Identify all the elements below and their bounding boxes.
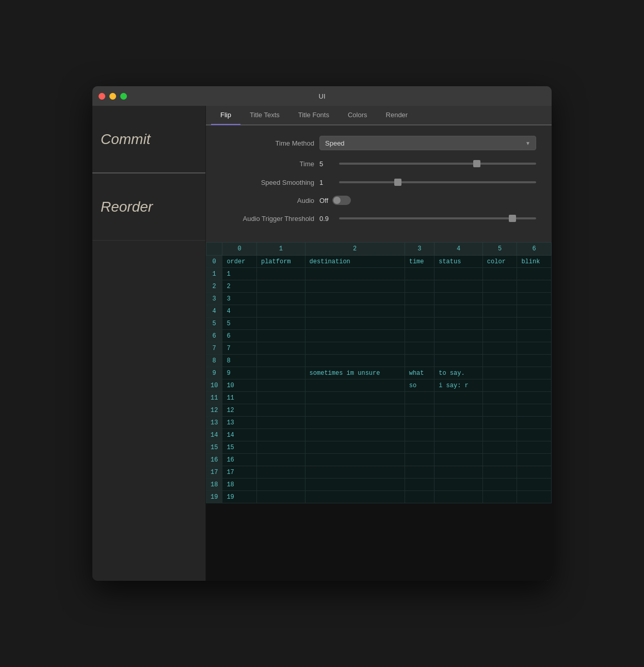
table-row[interactable]: 55: [206, 317, 552, 330]
table-cell[interactable]: 2: [222, 280, 257, 293]
table-cell[interactable]: [517, 491, 552, 503]
tab-render[interactable]: Render: [377, 106, 417, 125]
time-slider-thumb[interactable]: [473, 160, 480, 167]
table-cell[interactable]: [482, 293, 517, 305]
table-cell[interactable]: [517, 479, 552, 491]
table-cell[interactable]: [482, 268, 517, 280]
table-cell[interactable]: [305, 293, 405, 305]
table-cell[interactable]: [405, 441, 434, 454]
speed-smoothing-thumb[interactable]: [394, 179, 401, 186]
table-cell[interactable]: [517, 392, 552, 404]
table-cell[interactable]: 4: [222, 305, 257, 317]
table-row[interactable]: 66: [206, 330, 552, 342]
table-cell[interactable]: 9: [222, 367, 257, 379]
table-row[interactable]: 1212: [206, 404, 552, 417]
table-cell[interactable]: [405, 417, 434, 429]
table-cell[interactable]: platform: [256, 256, 305, 268]
tab-title-texts[interactable]: Title Texts: [240, 106, 289, 125]
table-cell[interactable]: [434, 466, 483, 479]
table-cell[interactable]: [434, 491, 483, 503]
table-cell[interactable]: 14: [222, 429, 257, 441]
table-cell[interactable]: [305, 429, 405, 441]
table-cell[interactable]: [517, 441, 552, 454]
table-cell[interactable]: [305, 330, 405, 342]
minimize-button[interactable]: [109, 93, 116, 100]
table-cell[interactable]: [517, 293, 552, 305]
table-cell[interactable]: [256, 330, 305, 342]
table-cell[interactable]: [256, 454, 305, 466]
table-cell[interactable]: [482, 466, 517, 479]
table-cell[interactable]: sometimes im unsure: [305, 367, 405, 379]
table-cell[interactable]: [256, 417, 305, 429]
table-row[interactable]: 88: [206, 355, 552, 367]
table-row[interactable]: 1818: [206, 479, 552, 491]
table-cell[interactable]: [305, 268, 405, 280]
table-cell[interactable]: [517, 379, 552, 392]
table-cell[interactable]: [305, 379, 405, 392]
table-cell[interactable]: [405, 466, 434, 479]
table-cell[interactable]: [305, 404, 405, 417]
table-cell[interactable]: [482, 305, 517, 317]
table-cell[interactable]: 17: [222, 466, 257, 479]
table-cell[interactable]: [405, 293, 434, 305]
table-cell[interactable]: [482, 441, 517, 454]
table-cell[interactable]: [305, 355, 405, 367]
table-cell[interactable]: 10: [222, 379, 257, 392]
table-cell[interactable]: [405, 404, 434, 417]
table-cell[interactable]: [517, 355, 552, 367]
table-cell[interactable]: [434, 280, 483, 293]
time-method-dropdown[interactable]: Speed ▼: [319, 136, 536, 150]
table-cell[interactable]: [256, 305, 305, 317]
table-cell[interactable]: [405, 454, 434, 466]
table-cell[interactable]: [517, 317, 552, 330]
table-cell[interactable]: [517, 404, 552, 417]
table-cell[interactable]: [517, 466, 552, 479]
table-cell[interactable]: color: [482, 256, 517, 268]
table-row[interactable]: 1717: [206, 466, 552, 479]
table-cell[interactable]: [517, 429, 552, 441]
table-cell[interactable]: [256, 317, 305, 330]
tab-flip[interactable]: Flip: [211, 106, 240, 125]
table-cell[interactable]: [405, 268, 434, 280]
table-cell[interactable]: [256, 441, 305, 454]
table-cell[interactable]: [434, 317, 483, 330]
table-cell[interactable]: [482, 280, 517, 293]
table-cell[interactable]: [517, 454, 552, 466]
table-cell[interactable]: status: [434, 256, 483, 268]
table-cell[interactable]: blink: [517, 256, 552, 268]
table-cell[interactable]: [517, 342, 552, 355]
table-cell[interactable]: [482, 317, 517, 330]
audio-trigger-slider[interactable]: [339, 213, 536, 224]
audio-trigger-thumb[interactable]: [509, 215, 516, 222]
table-cell[interactable]: [517, 417, 552, 429]
table-row[interactable]: 0orderplatformdestinationtimestatuscolor…: [206, 256, 552, 268]
table-cell[interactable]: [256, 392, 305, 404]
table-cell[interactable]: [434, 441, 483, 454]
table-cell[interactable]: [305, 441, 405, 454]
table-cell[interactable]: i say: r: [434, 379, 483, 392]
table-row[interactable]: 1010soi say: r: [206, 379, 552, 392]
table-cell[interactable]: [517, 305, 552, 317]
table-cell[interactable]: [256, 367, 305, 379]
table-cell[interactable]: [482, 379, 517, 392]
table-cell[interactable]: 19: [222, 491, 257, 503]
table-cell[interactable]: 5: [222, 317, 257, 330]
table-cell[interactable]: [434, 429, 483, 441]
time-slider[interactable]: [339, 158, 536, 169]
table-cell[interactable]: [305, 491, 405, 503]
table-cell[interactable]: [434, 330, 483, 342]
table-cell[interactable]: 11: [222, 392, 257, 404]
table-cell[interactable]: 1: [222, 268, 257, 280]
sidebar-item-commit[interactable]: Commit: [92, 106, 205, 173]
table-cell[interactable]: [305, 466, 405, 479]
table-row[interactable]: 77: [206, 342, 552, 355]
table-cell[interactable]: [256, 293, 305, 305]
table-cell[interactable]: [482, 355, 517, 367]
table-cell[interactable]: time: [405, 256, 434, 268]
table-cell[interactable]: [305, 454, 405, 466]
table-row[interactable]: 33: [206, 293, 552, 305]
table-cell[interactable]: [434, 268, 483, 280]
table-cell[interactable]: [517, 330, 552, 342]
table-row[interactable]: 1515: [206, 441, 552, 454]
table-row[interactable]: 1919: [206, 491, 552, 503]
